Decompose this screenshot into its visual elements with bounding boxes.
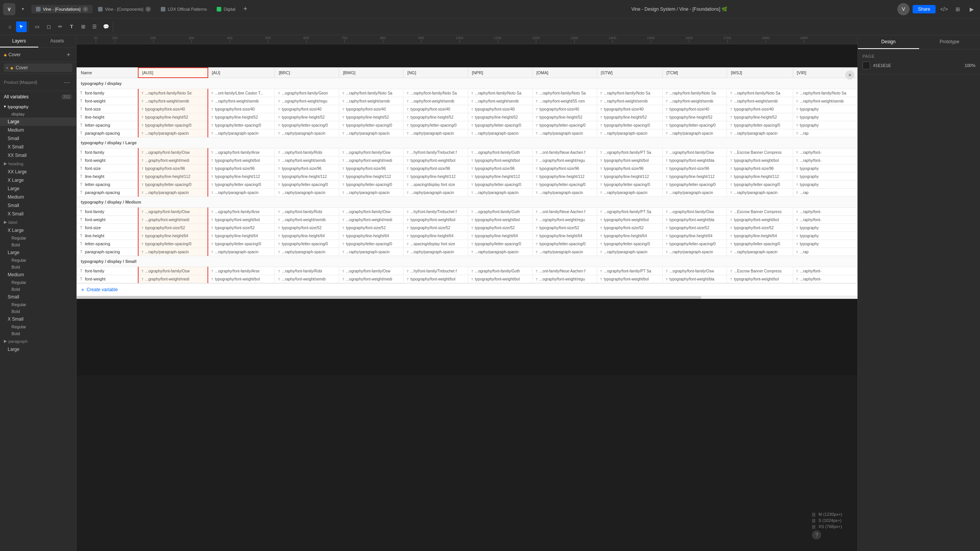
row-value-cell[interactable]: T typography/font-weight/bla — [662, 275, 727, 283]
row-value-cell[interactable]: T typography/font-size/40 — [339, 105, 403, 113]
row-value-cell[interactable]: T ...ography/font-family/Osw — [138, 148, 208, 156]
row-value-cell[interactable]: T typography/letter-spacing/0 — [662, 181, 727, 189]
layers-tab[interactable]: Layers — [0, 35, 38, 47]
row-value-cell[interactable]: T typography/letter-spacing/0 — [597, 240, 662, 248]
row-value-cell[interactable]: T typography/font-size/52 — [532, 224, 597, 232]
row-value-cell[interactable]: T ...raphy/paragraph-spacin — [468, 129, 532, 137]
row-value-cell[interactable]: T ...raphy/paragraph-spacin — [727, 189, 793, 197]
row-value-cell[interactable]: T typography/font-size/52 — [403, 224, 468, 232]
row-value-cell[interactable]: T ...raphy/font-weight/semib — [597, 97, 662, 105]
row-value-cell[interactable]: T ...raphy/font- — [793, 267, 858, 275]
var-xsmall-h[interactable]: X Small — [0, 210, 76, 218]
row-value-cell[interactable]: T ...raphy/paragraph-spacin — [468, 189, 532, 197]
row-value-cell[interactable]: T typography/font-size/40 — [468, 105, 532, 113]
page-color-control[interactable]: #1E1E1E — [862, 62, 891, 69]
row-value-cell[interactable]: T ...raphy/paragraph-spacin — [138, 189, 208, 197]
row-value-cell[interactable]: T ...Escrow Banner Compress — [727, 208, 793, 216]
row-value-cell[interactable]: T ...raphy/paragraph-spacin — [597, 129, 662, 137]
row-value-cell[interactable]: T typography/font-size/52 — [208, 224, 275, 232]
pen-tool[interactable]: ✏ — [55, 21, 65, 32]
row-value-cell[interactable]: T typography/line-height/52 — [208, 113, 275, 121]
row-value-cell[interactable]: T ...ography/font-family/Osw — [339, 267, 403, 275]
var-regular-s[interactable]: Regular — [0, 301, 76, 308]
close-panel-button[interactable]: × — [845, 70, 854, 80]
code-view-button[interactable]: </> — [939, 4, 949, 15]
row-value-cell[interactable]: T ...spacing/display font size — [403, 240, 468, 248]
row-value-cell[interactable]: T ...raphy/font- — [793, 156, 858, 165]
var-large-l[interactable]: Large — [0, 248, 76, 257]
row-value-cell[interactable]: T typography/line-height/52 — [275, 113, 339, 121]
row-value-cell[interactable]: T typography/font-weight/bol — [727, 275, 793, 283]
row-value-cell[interactable]: T ...raphy/font-weight/semib — [727, 97, 793, 105]
row-value-cell[interactable]: T ...raphy/paragraph-spacin — [662, 129, 727, 137]
main-menu-button[interactable]: ▾ — [18, 4, 28, 15]
row-value-cell[interactable]: T typography/font-weight/bla — [662, 156, 727, 165]
row-value-cell[interactable]: T typography/letter-spacing/0 — [138, 240, 208, 248]
row-value-cell[interactable]: T typography/letter-spacing/0 — [138, 181, 208, 189]
row-value-cell[interactable]: T ...raphy/paragraph-spacin — [662, 189, 727, 197]
row-value-cell[interactable]: T ...raphy/paragraph-spacin — [275, 248, 339, 256]
comment-tool[interactable]: 💬 — [101, 21, 111, 32]
row-value-cell[interactable]: T typography/letter-spacing/0 — [597, 181, 662, 189]
row-value-cell[interactable]: T typography/line-height/112 — [275, 173, 339, 181]
row-value-cell[interactable]: T ...ont-family/Neue Aachen f — [532, 208, 597, 216]
row-value-cell[interactable]: T ...raphy/font-weight/55 rom — [532, 97, 597, 105]
row-value-cell[interactable]: T ...raphy/paragraph-spacin — [532, 129, 597, 137]
row-value-cell[interactable]: T typography/line-height/64 — [727, 232, 793, 240]
row-value-cell[interactable]: T typography/line-height/52 — [597, 113, 662, 121]
row-value-cell[interactable]: T typography/font-weight/bol — [727, 156, 793, 165]
row-value-cell[interactable]: T ...raphy/font-weight/semib — [793, 97, 858, 105]
row-value-cell[interactable]: T ...ography/font-family/PT Sa — [597, 148, 662, 156]
row-value-cell[interactable]: T ...ography/font-weight/regu — [275, 97, 339, 105]
row-value-cell[interactable]: T typography — [793, 232, 858, 240]
row-value-cell[interactable]: T typography/font-size/52 — [727, 224, 793, 232]
row-value-cell[interactable]: T ...hyf/ont-family/Trebuchet f — [403, 267, 468, 275]
row-value-cell[interactable]: T typography/line-height/52 — [532, 113, 597, 121]
row-value-cell[interactable]: T typography/letter-spacing/0 — [208, 121, 275, 129]
row-value-cell[interactable]: T typography/line-height/112 — [208, 173, 275, 181]
hand-tool[interactable]: ☰ — [89, 21, 100, 32]
var-regular-l[interactable]: Regular — [0, 235, 76, 241]
row-value-cell[interactable]: T ...raphy/font-weight/semib — [275, 275, 339, 283]
row-value-cell[interactable]: T typography/font-weight/bol — [597, 275, 662, 283]
row-value-cell[interactable]: T typography/letter-spacing/0 — [208, 240, 275, 248]
row-value-cell[interactable]: T ...raphy/font-weight/semib — [662, 97, 727, 105]
row-value-cell[interactable]: T typography/font-size/52 — [597, 224, 662, 232]
row-value-cell[interactable]: T ...raphy/paragraph-spacin — [403, 248, 468, 256]
shape-tool[interactable]: ◻ — [43, 21, 54, 32]
row-value-cell[interactable]: T ...raphy/font-family/Robi — [275, 208, 339, 216]
row-value-cell[interactable]: T ...graphy/font-weight/medi — [138, 156, 208, 165]
row-value-cell[interactable]: T typography/line-height/52 — [468, 113, 532, 121]
row-value-cell[interactable]: T ...ont-family/Neue Aachen f — [532, 267, 597, 275]
row-value-cell[interactable]: T typography — [793, 105, 858, 113]
row-value-cell[interactable]: T typography/font-size/40 — [662, 105, 727, 113]
row-value-cell[interactable]: T typography/letter-spacing/0 — [727, 121, 793, 129]
row-value-cell[interactable]: T ...ont-family/Libre Caslon T... — [208, 89, 275, 97]
row-value-cell[interactable]: T typography/line-height/112 — [532, 173, 597, 181]
row-value-cell[interactable]: T ...raphy/paragraph-spacin — [468, 248, 532, 256]
row-value-cell[interactable]: T ...ography/font-family/Osw — [138, 208, 208, 216]
row-value-cell[interactable]: T typography/line-height/64 — [403, 232, 468, 240]
row-value-cell[interactable]: T typography/line-height/64 — [138, 232, 208, 240]
add-tab-button[interactable]: + — [241, 5, 250, 14]
var-xxsmall[interactable]: XX Small — [0, 151, 76, 160]
row-value-cell[interactable]: T ...raphy/font-family/Noto Se — [138, 89, 208, 97]
var-small-l[interactable]: Small — [0, 293, 76, 301]
var-group-paragraph-header[interactable]: ▶ paragraph — [0, 337, 76, 345]
row-value-cell[interactable]: T typography/font-size/52 — [275, 224, 339, 232]
var-small-h[interactable]: Small — [0, 201, 76, 210]
create-variable-button[interactable]: + Create variable — [77, 283, 858, 296]
row-value-cell[interactable]: T typography/font-weight/bol — [597, 216, 662, 224]
row-value-cell[interactable]: T ...ography/font-weight/regu — [532, 156, 597, 165]
tab-foundations[interactable]: Vine - [Foundations] × — [31, 5, 93, 13]
row-value-cell[interactable]: T ...raphy/font-weight/semib — [275, 156, 339, 165]
row-value-cell[interactable]: T ...raphy/font-family/Noto Sa — [532, 89, 597, 97]
row-value-cell[interactable]: T ...raphy/font-family/Noto Sa — [727, 89, 793, 97]
row-value-cell[interactable]: T ...raphy/paragraph-spacin — [339, 248, 403, 256]
row-value-cell[interactable]: T ...ography/font-weight/regu — [532, 216, 597, 224]
row-value-cell[interactable]: T ...ography/font-weight/medi — [339, 156, 403, 165]
row-value-cell[interactable]: T typography/letter-spacing/0 — [339, 181, 403, 189]
move-tool[interactable] — [16, 21, 27, 32]
row-value-cell[interactable]: T typography/font-weight/bol — [208, 216, 275, 224]
row-value-cell[interactable]: T ...raphy/paragraph-spacin — [532, 248, 597, 256]
